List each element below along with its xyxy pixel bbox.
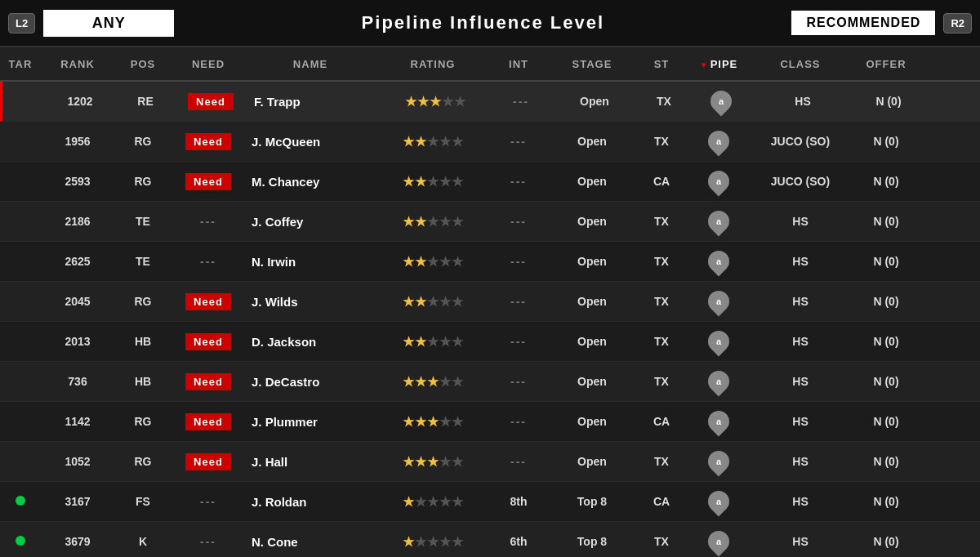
pipe-cell: a [686,291,751,312]
recommended-button[interactable]: RECOMMENDED [791,11,935,35]
need-cell: --- [172,535,245,548]
table-row[interactable]: 3679 K --- N. Cone ★★★★★ 6th Top 8 TX a … [0,522,980,557]
int-value: 8th [510,495,528,508]
table-row[interactable]: 1202 RE Need F. Trapp ★★★★★ --- Open TX … [0,82,980,122]
need-cell: Need [172,293,245,310]
col-class[interactable]: CLASS [751,58,849,70]
rank-cell: 2045 [41,295,114,308]
stage-cell: Top 8 [547,495,637,508]
name-cell[interactable]: J. Roldan [245,495,376,509]
name-cell[interactable]: J. DeCastro [245,375,376,389]
pos-cell: RG [114,295,172,308]
name-cell[interactable]: J. Coffey [245,215,376,229]
table-row[interactable]: 1142 RG Need J. Plummer ★★★★★ --- Open C… [0,402,980,442]
need-cell: Need [172,133,245,150]
pipe-cell: a [686,411,751,432]
tar-cell [0,495,41,508]
tar-cell [0,535,41,548]
pipe-icon: a [704,407,734,437]
col-pipe[interactable]: ▼PIPE [686,58,751,70]
pipe-icon: a [704,287,734,317]
table-row[interactable]: 3167 FS --- J. Roldan ★★★★★ 8th Top 8 CA… [0,482,980,522]
stage-cell: Open [547,415,637,428]
table-row[interactable]: 2186 TE --- J. Coffey ★★★★★ --- Open TX … [0,202,980,242]
st-cell: TX [637,535,686,548]
col-rank[interactable]: RANK [41,58,114,70]
table-body: 1202 RE Need F. Trapp ★★★★★ --- Open TX … [0,82,980,557]
table-row[interactable]: 2625 TE --- N. Irwin ★★★★★ --- Open TX a… [0,242,980,282]
name-cell[interactable]: N. Irwin [245,255,376,269]
col-tar[interactable]: TAR [0,58,41,70]
stage-cell: Open [547,175,637,188]
name-cell[interactable]: J. McQueen [245,135,376,149]
int-cell: --- [490,415,547,428]
l2-button[interactable]: L2 [8,13,35,33]
rating-cell: ★★★★★ [376,174,490,189]
name-cell[interactable]: J. Wilds [245,295,376,309]
pipe-icon: a [704,447,734,477]
class-cell: HS [751,295,849,308]
col-st[interactable]: ST [637,58,686,70]
need-cell: --- [172,255,245,268]
need-badge: Need [185,413,231,430]
int-cell: --- [490,255,547,268]
rank-cell: 1052 [41,455,114,468]
name-cell[interactable]: M. Chancey [245,175,376,189]
int-cell: --- [490,375,547,388]
int-dash: --- [510,375,527,388]
no-need: --- [200,535,216,548]
name-cell[interactable]: J. Plummer [245,415,376,429]
st-cell: TX [639,95,688,108]
table-row[interactable]: 2593 RG Need M. Chancey ★★★★★ --- Open C… [0,162,980,202]
stage-cell: Open [547,135,637,148]
st-cell: CA [637,495,686,508]
name-cell[interactable]: F. Trapp [247,95,378,109]
table-row[interactable]: 1052 RG Need J. Hall ★★★★★ --- Open TX a… [0,442,980,482]
col-name[interactable]: NAME [245,58,376,70]
top-bar-right: RECOMMENDED R2 [791,11,972,35]
col-offer[interactable]: OFFER [849,58,923,70]
col-stage[interactable]: STAGE [547,58,637,70]
table-row[interactable]: 2045 RG Need J. Wilds ★★★★★ --- Open TX … [0,282,980,322]
name-cell[interactable]: J. Hall [245,455,376,469]
need-cell: --- [172,215,245,228]
need-cell: Need [172,453,245,470]
rating-cell: ★★★★★ [376,334,490,350]
int-cell: 8th [490,495,547,508]
pipe-cell: a [686,211,751,232]
st-cell: CA [637,175,686,188]
class-cell: HS [751,375,849,388]
offer-cell: N (0) [849,135,923,148]
pipe-icon: a [704,327,734,357]
r2-button[interactable]: R2 [943,13,972,33]
filter-box[interactable]: ANY [43,10,174,37]
int-cell: --- [490,295,547,308]
need-badge: Need [185,133,231,150]
offer-cell: N (0) [849,375,923,388]
table-row[interactable]: 1956 RG Need J. McQueen ★★★★★ --- Open T… [0,122,980,162]
table-row[interactable]: 736 HB Need J. DeCastro ★★★★★ --- Open T… [0,362,980,402]
col-pos[interactable]: POS [114,58,172,70]
class-cell: HS [751,255,849,268]
pos-cell: RG [114,415,172,428]
table-row[interactable]: 2013 HB Need D. Jackson ★★★★★ --- Open T… [0,322,980,362]
int-cell: --- [490,455,547,468]
name-cell[interactable]: D. Jackson [245,335,376,349]
pos-cell: HB [114,335,172,348]
pipe-cell: a [686,491,751,512]
name-cell[interactable]: N. Cone [245,535,376,549]
pipe-icon: a [704,127,734,157]
int-dash: --- [510,135,527,148]
int-cell: 6th [490,535,547,548]
rank-cell: 2186 [41,215,114,228]
pos-cell: RG [114,135,172,148]
col-int[interactable]: INT [490,58,547,70]
col-rating[interactable]: RATING [376,58,490,70]
rank-cell: 2013 [41,335,114,348]
rank-cell: 2625 [41,255,114,268]
pos-cell: RG [114,175,172,188]
class-cell: HS [751,215,849,228]
pipe-icon: a [704,367,734,397]
need-cell: Need [172,173,245,190]
col-need[interactable]: NEED [172,58,245,70]
